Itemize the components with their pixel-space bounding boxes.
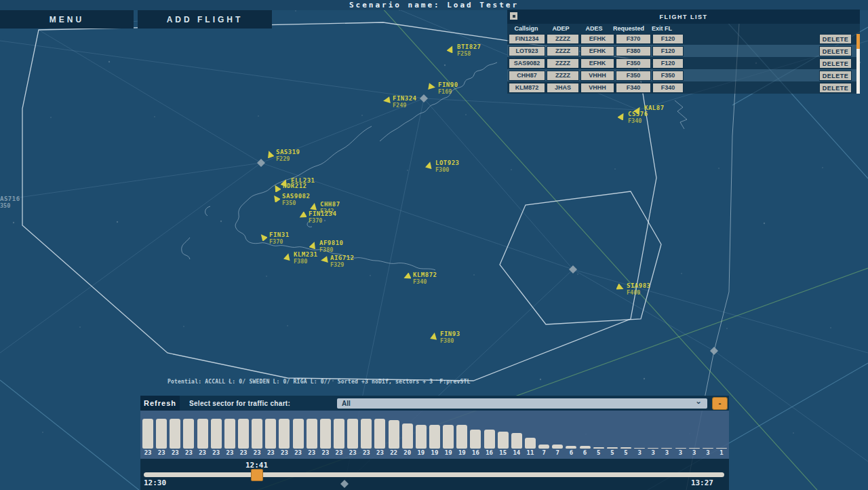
traffic-bar-rect	[443, 425, 454, 449]
traffic-bar-value: 23	[226, 449, 233, 457]
traffic-bar-value: 19	[445, 449, 452, 457]
flight-cell-exit-fl[interactable]: F350	[652, 71, 684, 81]
traffic-bar-rect	[224, 419, 235, 449]
flight-list-row: SAS9082ZZZZEFHKF350F120DELETE	[507, 57, 860, 69]
flight-cell-callsign[interactable]: KLM872	[509, 83, 545, 93]
refresh-button[interactable]: Refresh	[140, 396, 180, 411]
traffic-bar-value: 3	[679, 449, 682, 457]
flight-cell-ades[interactable]: EFHK	[580, 58, 614, 69]
flight-cell-exit-fl[interactable]: F120	[652, 46, 684, 56]
traffic-bar: 5	[592, 411, 606, 457]
traffic-bar-value: 5	[610, 449, 614, 457]
flight-cell-adep[interactable]: ZZZZ	[547, 34, 579, 44]
menu-button[interactable]: MENU	[0, 10, 134, 29]
traffic-bar-value: 1	[719, 449, 723, 457]
flight-cell-requested[interactable]: F350	[616, 58, 651, 69]
flight-list-row: KLM872JHASVHHHF340F340DELETE	[507, 81, 860, 94]
flight-cell-ades[interactable]: EFHK	[580, 34, 614, 44]
traffic-bar-rect	[293, 419, 304, 449]
traffic-bar-rect	[197, 419, 208, 449]
traffic-bar-value: 23	[185, 449, 193, 457]
flight-cell-exit-fl[interactable]: F120	[652, 34, 684, 44]
traffic-bar-value: 5	[624, 449, 627, 457]
traffic-bar: 3	[646, 411, 660, 457]
traffic-panel: Refresh Select sector for traffic chart:…	[140, 396, 729, 459]
traffic-bar-rect	[402, 423, 413, 449]
traffic-bar-value: 19	[417, 449, 425, 457]
traffic-bar: 23	[155, 411, 168, 457]
traffic-bar-rect	[361, 419, 372, 449]
traffic-bar-rect	[511, 433, 522, 449]
collapse-dot-icon	[513, 15, 515, 18]
traffic-bar: 7	[537, 411, 551, 457]
flight-cell-adep[interactable]: JHAS	[547, 83, 579, 93]
flight-cell-adep[interactable]: ZZZZ	[547, 58, 579, 69]
sector-select-dropdown[interactable]: All ⌄	[337, 398, 707, 409]
traffic-bar: 19	[441, 411, 455, 457]
traffic-bar: 23	[277, 411, 291, 457]
delete-flight-button[interactable]: DELETE	[819, 34, 852, 44]
flight-cell-requested[interactable]: F370	[616, 34, 651, 44]
flight-cell-adep[interactable]: ZZZZ	[547, 46, 579, 56]
minimize-panel-button[interactable]: -	[712, 397, 728, 410]
delete-flight-button[interactable]: DELETE	[819, 58, 852, 69]
flight-cell-requested[interactable]: F380	[616, 46, 651, 56]
traffic-bar-rect	[374, 419, 385, 449]
delete-flight-button[interactable]: DELETE	[819, 71, 852, 81]
traffic-bar-value: 23	[144, 449, 152, 457]
traffic-bar: 3	[673, 411, 687, 457]
traffic-bar-rect	[580, 446, 591, 449]
flight-cell-callsign[interactable]: CHH87	[509, 71, 545, 81]
chevron-down-icon: ⌄	[695, 396, 702, 406]
flight-list-collapse-button[interactable]	[510, 12, 517, 20]
traffic-bar: 14	[510, 411, 524, 457]
traffic-bar: 23	[332, 411, 346, 457]
traffic-bar-rect	[429, 425, 440, 449]
traffic-bar-value: 23	[240, 449, 248, 457]
traffic-bar-rect	[661, 448, 672, 449]
traffic-bar-value: 11	[527, 449, 534, 457]
traffic-bar: 16	[483, 411, 496, 457]
traffic-bar: 7	[551, 411, 564, 457]
traffic-bar-rect	[716, 448, 727, 449]
traffic-bar-rect	[265, 419, 276, 449]
traffic-bar-rect	[347, 419, 358, 449]
flight-cell-exit-fl[interactable]: F340	[652, 83, 684, 93]
traffic-bar-rect	[389, 420, 399, 449]
traffic-bar-rect	[525, 438, 536, 449]
flight-cell-callsign[interactable]: LOT923	[509, 46, 545, 56]
flight-list-scrollbar[interactable]	[856, 34, 860, 94]
traffic-bar: 3	[688, 411, 701, 457]
flight-cell-requested[interactable]: F340	[616, 83, 651, 93]
traffic-bar: 6	[564, 411, 578, 457]
traffic-bar: 1	[715, 411, 728, 457]
traffic-bar: 23	[292, 411, 305, 457]
traffic-bar-rect	[238, 419, 249, 449]
flight-list-scrollbar-thumb[interactable]	[856, 34, 860, 49]
traffic-bar-rect	[320, 419, 331, 449]
column-header-callsign: Callsign	[509, 25, 544, 32]
flight-cell-ades[interactable]: VHHH	[580, 83, 614, 93]
flight-cell-ades[interactable]: EFHK	[580, 46, 614, 56]
flight-cell-ades[interactable]: VHHH	[580, 71, 614, 81]
timeline-slider-handle[interactable]	[251, 469, 263, 481]
traffic-bar: 11	[524, 411, 537, 457]
timeline-slider[interactable]	[144, 472, 724, 477]
traffic-bar-rect	[703, 448, 713, 449]
delete-flight-button[interactable]: DELETE	[819, 46, 852, 56]
flight-cell-callsign[interactable]: FIN1234	[509, 34, 545, 44]
traffic-bar-rect	[252, 419, 262, 449]
traffic-bar-rect	[170, 419, 180, 449]
delete-flight-button[interactable]: DELETE	[819, 83, 852, 93]
flight-cell-exit-fl[interactable]: F120	[652, 58, 684, 69]
add-flight-button[interactable]: ADD FLIGHT	[138, 10, 272, 29]
traffic-bar-value: 19	[431, 449, 439, 457]
flight-cell-requested[interactable]: F350	[616, 71, 651, 81]
traffic-bar-rect	[142, 419, 153, 449]
flight-cell-adep[interactable]: ZZZZ	[547, 71, 579, 81]
flight-cell-callsign[interactable]: SAS9082	[509, 58, 545, 69]
traffic-bar-value: 23	[294, 449, 302, 457]
traffic-bar-value: 23	[349, 449, 357, 457]
traffic-bar: 16	[469, 411, 482, 457]
traffic-bar-value: 3	[637, 449, 641, 457]
